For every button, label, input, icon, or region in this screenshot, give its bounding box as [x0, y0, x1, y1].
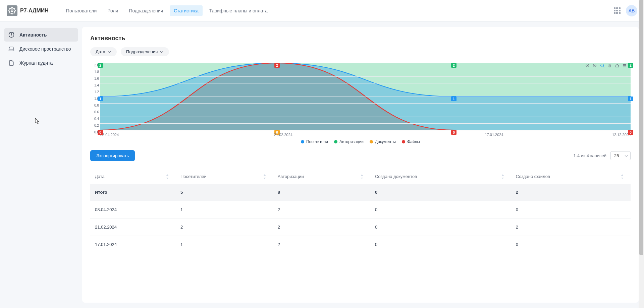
nav-users[interactable]: Пользователи [62, 5, 101, 16]
zoom-in-icon[interactable] [585, 63, 590, 68]
nav-departments[interactable]: Подразделения [125, 5, 167, 16]
apps-grid-icon[interactable] [614, 7, 621, 14]
main-panel: Активность Дата Подразделения 0.00.20 [82, 27, 639, 303]
nav-statistics[interactable]: Статистика [170, 5, 203, 16]
sidebar-item-activity[interactable]: Активность [4, 28, 78, 42]
export-button[interactable]: Экспортировать [90, 150, 135, 161]
svg-point-0 [11, 10, 13, 12]
col-docs[interactable]: Создано документов [370, 169, 511, 184]
chart: 0.00.20.40.60.81.01.21.41.61.82.0 121122… [90, 63, 631, 144]
legend-docs[interactable]: Документы [370, 139, 396, 144]
col-date[interactable]: Дата [90, 169, 176, 184]
sidebar-item-label: Дисковое пространство [19, 46, 71, 52]
zoom-out-icon[interactable] [592, 63, 598, 68]
sidebar-item-label: Журнал аудита [19, 60, 53, 66]
legend-auth[interactable]: Авторизации [334, 139, 364, 144]
disk-icon [8, 46, 15, 52]
page-size-select[interactable]: 25 [610, 151, 631, 160]
filter-date[interactable]: Дата [90, 47, 117, 56]
table-row: 08.04.2024 1 2 0 0 [90, 201, 631, 219]
logo[interactable]: Р7-АДМИН [7, 5, 49, 16]
x-axis: 08.04.2024 21.02.2024 17.01.2024 12.12.2… [100, 133, 631, 137]
sidebar: Активность Дисковое пространство Журнал … [0, 21, 82, 308]
col-visitors[interactable]: Посетителей [176, 169, 273, 184]
table-row-total: Итого 5 8 0 2 [90, 184, 631, 201]
legend-visitors[interactable]: Посетители [301, 139, 328, 144]
zoom-select-icon[interactable] [600, 63, 605, 68]
sidebar-item-audit[interactable]: Журнал аудита [4, 56, 78, 70]
records-info: 1-4 из 4 записей [573, 153, 606, 158]
sidebar-item-disk[interactable]: Дисковое пространство [4, 42, 78, 56]
avatar[interactable]: АВ [626, 5, 637, 16]
nav-billing[interactable]: Тарифные планы и оплата [205, 5, 272, 16]
gear-icon [7, 5, 17, 16]
scrollbar-thumb[interactable] [639, 0, 643, 255]
home-icon[interactable] [614, 63, 620, 68]
page-title: Активность [90, 35, 631, 42]
brand-text: Р7-АДМИН [20, 8, 49, 14]
chart-legend: Посетители Авторизации Документы Файлы [90, 139, 631, 144]
col-auth[interactable]: Авторизаций [273, 169, 370, 184]
legend-files[interactable]: Файлы [402, 139, 420, 144]
chevron-down-icon [160, 50, 164, 54]
col-files[interactable]: Создано файлов [511, 169, 631, 184]
filter-departments[interactable]: Подразделения [121, 47, 169, 56]
activity-icon [8, 32, 15, 38]
svg-point-3 [13, 50, 13, 50]
scrollbar[interactable] [639, 0, 644, 308]
table-row: 21.02.2024 2 2 0 2 [90, 219, 631, 236]
pan-icon[interactable] [607, 63, 612, 68]
file-icon [8, 60, 15, 66]
nav-roles[interactable]: Роли [103, 5, 122, 16]
table-row: 17.01.2024 1 2 0 0 [90, 236, 631, 253]
sidebar-item-label: Активность [19, 32, 47, 38]
main-nav: Пользователи Роли Подразделения Статисти… [62, 5, 272, 16]
topbar: Р7-АДМИН Пользователи Роли Подразделения… [0, 0, 644, 21]
data-table: Дата Посетителей Авторизаций Создано док… [90, 169, 631, 253]
chevron-down-icon [107, 50, 111, 54]
menu-icon[interactable] [622, 63, 627, 68]
chart-toolbar [585, 63, 627, 68]
svg-point-6 [601, 64, 604, 67]
